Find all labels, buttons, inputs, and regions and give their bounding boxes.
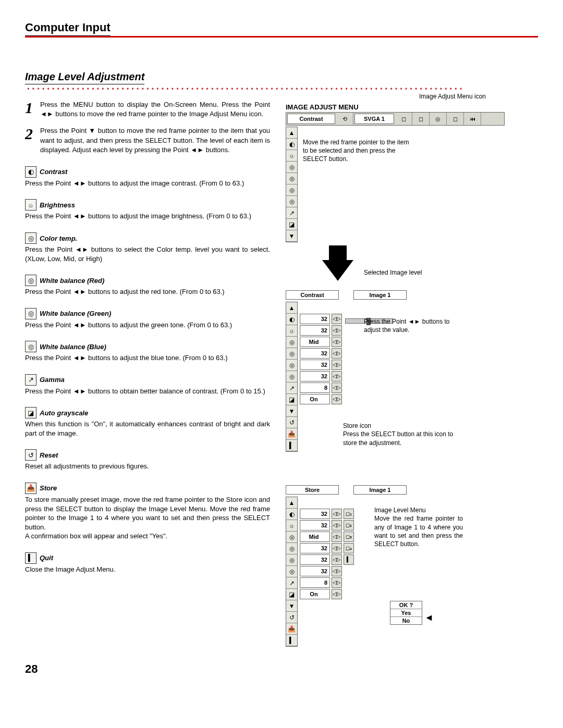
icon-column: ▲ ◐ ☼ ◎ ◎ ◎ ◎ ↗ ◪ ▼ ↺ 📥 ▍ [286, 497, 298, 647]
auto-grayscale-icon: ◪ [25, 407, 36, 418]
annotation: Image Level Menu Move the red frame poin… [374, 506, 463, 548]
row-icon: ◎ [286, 532, 297, 543]
leftrigth-control-icon: ◁▷ [332, 520, 342, 530]
confirm-box: OK ? Yes No [390, 601, 422, 625]
item-label: Contrast [40, 168, 67, 176]
leftrigth-control-icon: ◁▷ [332, 360, 342, 370]
value-box: 32 [300, 360, 330, 370]
contrast-icon: ◐ [25, 166, 36, 178]
brightness-icon: ☼ [286, 150, 297, 162]
item-desc: Press the Point ◄► buttons to select the… [25, 245, 270, 263]
item-desc: Press the Point ◄► buttons to adjust the… [25, 320, 270, 330]
item-desc: Press the Point ◄► buttons to adjust the… [25, 179, 270, 188]
dotted-rule: • • • • • • • • • • • • • • • • • • • • … [25, 85, 462, 93]
nav-up-icon: ▲ [286, 497, 297, 509]
wb-green-icon: ◎ [25, 308, 36, 319]
wb-blue-icon: ◎ [286, 196, 297, 207]
ok-question: OK ? [390, 601, 422, 609]
value-box: 32 [300, 554, 330, 565]
leftrigth-control-icon: ◁▷ [332, 382, 342, 393]
contrast-icon: ◐ [286, 139, 297, 150]
value-box: Mid [300, 532, 330, 542]
nav-down-icon: ▼ [286, 600, 297, 612]
nav-down-icon: ▼ [286, 230, 297, 242]
panel-mode: Image 1 [353, 485, 407, 495]
ok-yes: Yes [390, 609, 422, 617]
leftrigth-control-icon: ◁▷ [332, 543, 342, 553]
item-label: Gamma [40, 376, 65, 384]
nav-down-icon: ▼ [286, 405, 297, 417]
reset-icon: ↺ [25, 449, 36, 461]
quit-small-icon: ▍ [344, 554, 354, 565]
value-box: On [300, 589, 330, 599]
quit-icon: ▍ [286, 440, 297, 451]
step2-text: Press the Point ▼ button to move the red… [40, 126, 270, 155]
row-icon: ☼ [286, 325, 297, 337]
store-icon: 📥 [25, 483, 36, 494]
image-slot-icon: ◻₁ [344, 509, 354, 519]
value-box: Mid [300, 337, 330, 347]
color-temp-icon: ◎ [25, 232, 36, 244]
leftrigth-control-icon: ◁▷ [332, 577, 342, 588]
value-box: 32 [300, 509, 330, 519]
leftrigth-control-icon: ◁▷ [332, 348, 342, 359]
section-title: Computer Input [25, 21, 111, 36]
auto-grayscale-icon: ◪ [286, 219, 297, 230]
image-slot-icon: ◻₃ [344, 532, 354, 542]
leftrigth-control-icon: ◁▷ [332, 394, 342, 404]
value-box: 32 [300, 543, 330, 553]
panel-name: Contrast [286, 290, 339, 300]
row-icon: ◎ [286, 348, 297, 360]
item-desc: Press the Point ◄► buttons to adjust the… [25, 212, 270, 221]
item-desc: Close the Image Adjust Menu. [25, 565, 270, 574]
item-desc: Press the Point ◄► buttons to adjust the… [25, 353, 270, 363]
value-box: On [300, 394, 330, 404]
wb-red-icon: ◎ [25, 275, 36, 286]
leftrigth-control-icon: ◁▷ [332, 371, 342, 381]
ok-no: No [390, 617, 422, 624]
wb-blue-icon: ◎ [25, 341, 36, 352]
item-desc: When this function is "On", it automatic… [25, 419, 270, 438]
leftrigth-control-icon: ◁▷ [332, 532, 342, 542]
image-slot-icon: ◻₂ [344, 520, 354, 530]
menu-bar-name: Contrast [287, 114, 335, 124]
menu-bar-mode: SVGA 1 [354, 114, 394, 124]
row-icon: ◎ [286, 566, 297, 577]
row-icon: ☼ [286, 520, 297, 532]
menu-small-icon: ⏮ [464, 113, 481, 125]
step-number: 1 [25, 100, 33, 119]
icon-column: ▲ ◐ ☼ ◎ ◎ ◎ ◎ ↗ ◪ ▼ ↺ 📥 ▍ [286, 302, 298, 452]
row-icon: ↗ [286, 382, 297, 394]
row-icon: ◎ [286, 360, 297, 371]
menu-icon-label: Image Adjust Menu icon [400, 93, 505, 100]
item-label: White balance (Blue) [40, 343, 106, 351]
value-box: 32 [300, 371, 330, 381]
item-label: White balance (Red) [40, 277, 104, 285]
gamma-icon: ↗ [25, 374, 36, 386]
value-box: 32 [300, 325, 330, 336]
row-icon: ◐ [286, 314, 297, 325]
panel-mode: Image 1 [353, 290, 407, 300]
item-label: Store [40, 484, 57, 492]
step1-text: Press the MENU button to display the On-… [40, 100, 270, 119]
icon-column: ▲ ◐ ☼ ◎ ◎ ◎ ◎ ↗ ◪ ▼ [286, 127, 298, 242]
selected-image-level-label: Selected Image level [364, 268, 505, 277]
menu-small-icon: ◻ [447, 113, 464, 125]
wb-red-icon: ◎ [286, 173, 297, 184]
image-adjust-menu-label: IMAGE ADJUST MENU [286, 103, 505, 111]
reset-icon: ↺ [286, 612, 297, 623]
panel-name: Store [286, 485, 339, 495]
store-icon: 📥 [286, 623, 297, 635]
store-icon: 📥 [286, 428, 297, 440]
menu-small-icon: ◎ [430, 113, 447, 125]
reset-icon: ↺ [286, 417, 297, 428]
row-icon: ↗ [286, 577, 297, 589]
row-icon: ◪ [286, 589, 297, 600]
menu-small-icon: ◻ [395, 113, 412, 125]
quit-icon: ▍ [286, 635, 297, 646]
quit-icon: ▍ [25, 552, 36, 564]
annotation: Move the red frame pointer to the item t… [303, 138, 412, 242]
right-column: Image Adjust Menu icon IMAGE ADJUST MENU… [286, 93, 505, 647]
leftrigth-control-icon: ◁▷ [332, 554, 342, 565]
row-icon: ◎ [286, 371, 297, 382]
